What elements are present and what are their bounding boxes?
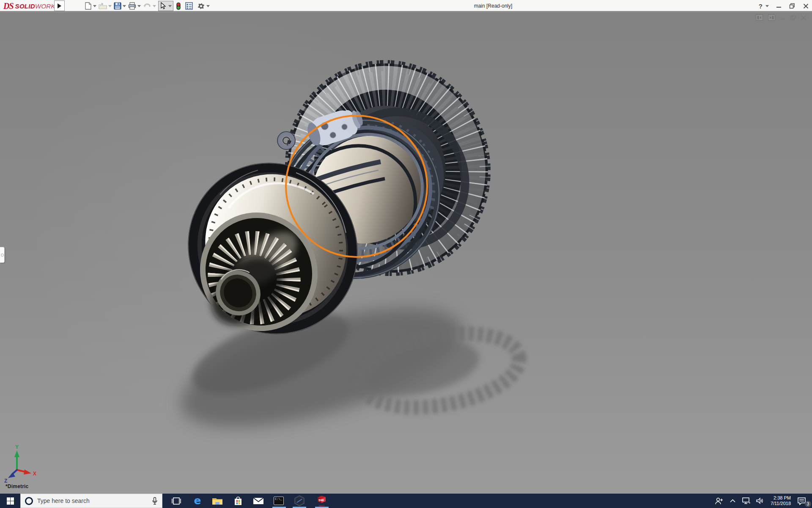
help-icon: ? [759, 3, 763, 10]
select-tool-button[interactable] [158, 1, 173, 11]
task-view-icon [172, 497, 181, 505]
notification-badge: 3 [805, 501, 811, 507]
print-icon [128, 2, 136, 10]
tray-date: 7/11/2018 [771, 501, 791, 506]
ds-logo-icon: DS [3, 1, 14, 11]
network-icon [742, 497, 750, 504]
select-cursor-icon [160, 2, 166, 10]
select-dropdown-icon[interactable] [168, 5, 172, 7]
solidworks-2017-icon: SW 2017 [316, 495, 327, 506]
view-orientation-label: *Dimetric [5, 483, 29, 489]
previous-window-button[interactable] [756, 14, 763, 21]
document-title: main [Read-only] [474, 3, 513, 9]
taskbar-hexagon-app[interactable] [290, 494, 309, 508]
save-icon [114, 2, 121, 10]
mail-icon [253, 497, 264, 505]
solidworks-logo: DS SOLID WORKS [3, 1, 60, 11]
system-tray: 2:38 PM 7/11/2018 3 [712, 494, 812, 508]
quick-access-toolbar [85, 0, 212, 12]
microphone-icon[interactable] [152, 497, 158, 505]
hexagon-app-icon [294, 495, 305, 506]
volume-button[interactable] [753, 494, 767, 508]
open-icon [99, 2, 107, 10]
flyout-arrow-icon [58, 3, 61, 8]
child-close-button[interactable] [801, 15, 806, 20]
brand-solid-text: SOLID [15, 3, 35, 10]
start-button[interactable] [0, 494, 20, 508]
options-button[interactable] [197, 2, 210, 10]
menu-flyout-button[interactable] [54, 0, 65, 11]
undo-button[interactable] [143, 2, 156, 10]
search-input[interactable] [37, 497, 152, 504]
window-controls: ? [759, 0, 809, 12]
child-minimize-button[interactable] [780, 15, 785, 20]
display-report-icon [185, 2, 193, 10]
taskbar-edge[interactable]: e [188, 494, 207, 508]
task-view-button[interactable] [167, 494, 186, 508]
taskbar-store[interactable] [228, 494, 248, 508]
hidden-icons-button[interactable] [726, 494, 739, 508]
command-prompt-icon: C:\_ [274, 497, 284, 505]
chevron-up-icon [730, 499, 735, 502]
print-button[interactable] [128, 2, 141, 10]
next-window-button[interactable] [768, 14, 775, 21]
taskbar-file-explorer[interactable] [208, 494, 227, 508]
undo-icon [143, 2, 151, 10]
document-window-controls [756, 14, 806, 21]
undo-dropdown-icon[interactable] [153, 5, 156, 7]
file-explorer-icon [212, 497, 223, 505]
display-report-button[interactable] [185, 2, 193, 10]
engine-model-scene: Y X Z [0, 13, 812, 494]
triad-y-label: Y [15, 444, 19, 450]
tray-time: 2:38 PM [771, 495, 791, 501]
edge-icon: e [194, 496, 201, 506]
save-dropdown-icon[interactable] [123, 5, 126, 7]
taskbar-search[interactable] [20, 494, 162, 508]
taskbar-command-prompt[interactable]: C:\_ [269, 494, 288, 508]
action-center-button[interactable]: 3 [794, 494, 812, 508]
people-icon [715, 497, 723, 505]
taskbar-mail[interactable] [249, 494, 268, 508]
panel-tab-dot-icon [1, 254, 4, 257]
cortana-icon[interactable] [25, 497, 33, 505]
help-button[interactable]: ? [759, 3, 769, 10]
taskbar: e C:\_ [0, 494, 812, 508]
new-dropdown-icon[interactable] [93, 5, 96, 7]
new-document-icon [85, 2, 92, 10]
open-button[interactable] [99, 2, 112, 10]
help-dropdown-icon[interactable] [765, 5, 769, 7]
save-button[interactable] [114, 2, 126, 10]
svg-text:SW: SW [318, 498, 324, 502]
titlebar: DS SOLID WORKS [0, 0, 812, 12]
store-icon [233, 496, 243, 506]
close-button[interactable] [802, 2, 809, 10]
new-document-button[interactable] [85, 2, 96, 10]
triad-z-label: Z [4, 478, 7, 484]
rebuild-button[interactable] [176, 2, 181, 10]
windows-logo-icon [7, 497, 14, 505]
child-restore-button[interactable] [790, 15, 796, 20]
open-dropdown-icon[interactable] [108, 5, 112, 7]
triad-x-label: X [33, 471, 36, 477]
people-button[interactable] [712, 494, 726, 508]
options-dropdown-icon[interactable] [206, 5, 210, 7]
network-button[interactable] [739, 494, 753, 508]
restore-button[interactable] [788, 2, 796, 10]
gear-icon [197, 2, 205, 10]
speaker-icon [756, 497, 764, 504]
feature-panel-collapsed-tab[interactable] [0, 247, 5, 263]
clock[interactable]: 2:38 PM 7/11/2018 [767, 495, 794, 506]
print-dropdown-icon[interactable] [137, 5, 141, 7]
minimize-button[interactable] [775, 2, 782, 10]
taskbar-solidworks[interactable]: SW 2017 [312, 494, 331, 508]
viewport-3d[interactable]: Y X Z *Dimetric [0, 13, 812, 494]
rebuild-traffic-light-icon [176, 2, 181, 10]
